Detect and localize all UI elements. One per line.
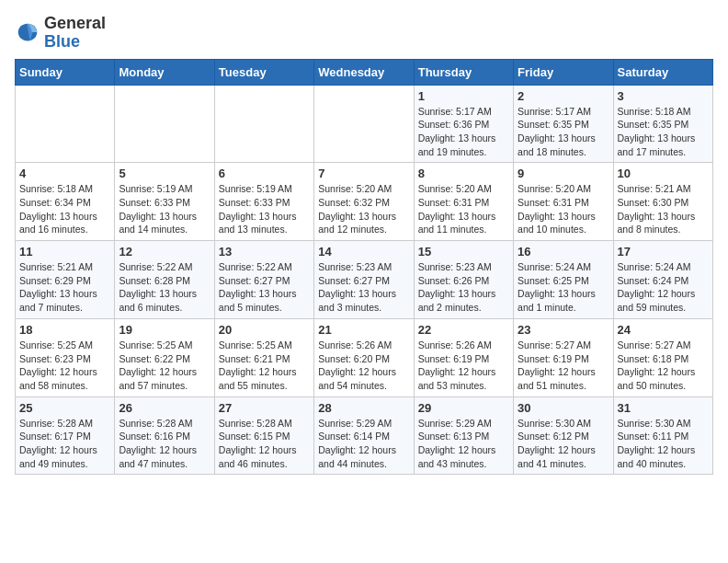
calendar-cell: 25Sunrise: 5:28 AM Sunset: 6:17 PM Dayli… xyxy=(16,396,115,475)
day-number: 3 xyxy=(618,89,709,103)
day-number: 31 xyxy=(618,401,709,415)
day-number: 23 xyxy=(518,323,609,337)
day-info: Sunrise: 5:25 AM Sunset: 6:23 PM Dayligh… xyxy=(19,339,110,393)
header-day-saturday: Saturday xyxy=(613,59,712,85)
day-number: 2 xyxy=(518,89,609,103)
header-day-thursday: Thursday xyxy=(414,59,513,85)
day-info: Sunrise: 5:18 AM Sunset: 6:34 PM Dayligh… xyxy=(19,182,110,236)
day-number: 1 xyxy=(418,89,509,103)
day-number: 28 xyxy=(318,401,409,415)
calendar-cell xyxy=(314,85,414,163)
logo: General Blue xyxy=(15,15,106,52)
day-number: 11 xyxy=(19,245,110,259)
day-number: 12 xyxy=(119,245,210,259)
header-day-sunday: Sunday xyxy=(16,59,115,85)
day-info: Sunrise: 5:19 AM Sunset: 6:33 PM Dayligh… xyxy=(119,182,210,236)
day-number: 14 xyxy=(318,245,409,259)
day-info: Sunrise: 5:29 AM Sunset: 6:13 PM Dayligh… xyxy=(418,417,509,471)
day-number: 25 xyxy=(19,401,110,415)
day-info: Sunrise: 5:21 AM Sunset: 6:30 PM Dayligh… xyxy=(618,182,709,236)
day-info: Sunrise: 5:17 AM Sunset: 6:36 PM Dayligh… xyxy=(418,105,509,159)
calendar-cell: 27Sunrise: 5:28 AM Sunset: 6:15 PM Dayli… xyxy=(214,396,313,475)
day-number: 9 xyxy=(518,167,609,180)
calendar-cell: 23Sunrise: 5:27 AM Sunset: 6:19 PM Dayli… xyxy=(514,318,613,396)
day-info: Sunrise: 5:21 AM Sunset: 6:29 PM Dayligh… xyxy=(19,260,110,315)
calendar-cell: 9Sunrise: 5:20 AM Sunset: 6:31 PM Daylig… xyxy=(514,163,613,241)
day-number: 6 xyxy=(219,167,310,180)
day-info: Sunrise: 5:22 AM Sunset: 6:28 PM Dayligh… xyxy=(119,260,210,315)
day-info: Sunrise: 5:28 AM Sunset: 6:15 PM Dayligh… xyxy=(219,417,310,471)
calendar-cell: 20Sunrise: 5:25 AM Sunset: 6:21 PM Dayli… xyxy=(214,318,313,396)
logo-icon xyxy=(15,20,40,46)
calendar-cell: 18Sunrise: 5:25 AM Sunset: 6:23 PM Dayli… xyxy=(16,318,115,396)
header-day-tuesday: Tuesday xyxy=(214,59,313,85)
day-number: 8 xyxy=(418,167,509,180)
calendar-cell: 12Sunrise: 5:22 AM Sunset: 6:28 PM Dayli… xyxy=(115,241,214,319)
calendar-cell: 31Sunrise: 5:30 AM Sunset: 6:11 PM Dayli… xyxy=(613,396,712,475)
week-row-1: 1Sunrise: 5:17 AM Sunset: 6:36 PM Daylig… xyxy=(16,85,713,163)
day-number: 17 xyxy=(618,245,709,259)
day-number: 24 xyxy=(618,323,709,337)
day-info: Sunrise: 5:26 AM Sunset: 6:19 PM Dayligh… xyxy=(418,339,509,393)
day-info: Sunrise: 5:30 AM Sunset: 6:12 PM Dayligh… xyxy=(518,417,609,471)
day-info: Sunrise: 5:22 AM Sunset: 6:27 PM Dayligh… xyxy=(219,260,310,315)
day-info: Sunrise: 5:27 AM Sunset: 6:19 PM Dayligh… xyxy=(518,339,609,393)
day-number: 10 xyxy=(618,167,709,180)
calendar-cell: 11Sunrise: 5:21 AM Sunset: 6:29 PM Dayli… xyxy=(16,241,115,319)
week-row-2: 4Sunrise: 5:18 AM Sunset: 6:34 PM Daylig… xyxy=(16,163,713,241)
calendar-cell: 14Sunrise: 5:23 AM Sunset: 6:27 PM Dayli… xyxy=(314,241,414,319)
header-day-monday: Monday xyxy=(115,59,214,85)
calendar-table: SundayMondayTuesdayWednesdayThursdayFrid… xyxy=(15,59,713,476)
day-info: Sunrise: 5:29 AM Sunset: 6:14 PM Dayligh… xyxy=(318,417,409,471)
calendar-cell: 4Sunrise: 5:18 AM Sunset: 6:34 PM Daylig… xyxy=(16,163,115,241)
calendar-cell: 19Sunrise: 5:25 AM Sunset: 6:22 PM Dayli… xyxy=(115,318,214,396)
day-number: 21 xyxy=(318,323,409,337)
week-row-3: 11Sunrise: 5:21 AM Sunset: 6:29 PM Dayli… xyxy=(16,241,713,319)
calendar-cell: 30Sunrise: 5:30 AM Sunset: 6:12 PM Dayli… xyxy=(514,396,613,475)
day-info: Sunrise: 5:23 AM Sunset: 6:26 PM Dayligh… xyxy=(418,260,509,315)
calendar-cell: 13Sunrise: 5:22 AM Sunset: 6:27 PM Dayli… xyxy=(214,241,313,319)
day-number: 19 xyxy=(119,323,210,337)
header-row: SundayMondayTuesdayWednesdayThursdayFrid… xyxy=(16,59,713,85)
day-info: Sunrise: 5:20 AM Sunset: 6:31 PM Dayligh… xyxy=(418,182,509,236)
day-info: Sunrise: 5:25 AM Sunset: 6:21 PM Dayligh… xyxy=(219,339,310,393)
calendar-cell xyxy=(16,85,115,163)
page-header: General Blue xyxy=(15,15,713,52)
calendar-cell: 10Sunrise: 5:21 AM Sunset: 6:30 PM Dayli… xyxy=(613,163,712,241)
calendar-cell: 21Sunrise: 5:26 AM Sunset: 6:20 PM Dayli… xyxy=(314,318,414,396)
day-number: 4 xyxy=(19,167,110,180)
calendar-cell: 8Sunrise: 5:20 AM Sunset: 6:31 PM Daylig… xyxy=(414,163,513,241)
day-number: 29 xyxy=(418,401,509,415)
day-number: 15 xyxy=(418,245,509,259)
day-info: Sunrise: 5:23 AM Sunset: 6:27 PM Dayligh… xyxy=(318,260,409,315)
day-info: Sunrise: 5:20 AM Sunset: 6:31 PM Dayligh… xyxy=(518,182,609,236)
day-info: Sunrise: 5:28 AM Sunset: 6:17 PM Dayligh… xyxy=(19,417,110,471)
day-info: Sunrise: 5:19 AM Sunset: 6:33 PM Dayligh… xyxy=(219,182,310,236)
calendar-cell: 22Sunrise: 5:26 AM Sunset: 6:19 PM Dayli… xyxy=(414,318,513,396)
day-info: Sunrise: 5:17 AM Sunset: 6:35 PM Dayligh… xyxy=(518,105,609,159)
calendar-cell: 26Sunrise: 5:28 AM Sunset: 6:16 PM Dayli… xyxy=(115,396,214,475)
calendar-cell: 5Sunrise: 5:19 AM Sunset: 6:33 PM Daylig… xyxy=(115,163,214,241)
calendar-cell: 24Sunrise: 5:27 AM Sunset: 6:18 PM Dayli… xyxy=(613,318,712,396)
day-number: 26 xyxy=(119,401,210,415)
day-number: 22 xyxy=(418,323,509,337)
calendar-cell: 16Sunrise: 5:24 AM Sunset: 6:25 PM Dayli… xyxy=(514,241,613,319)
day-info: Sunrise: 5:25 AM Sunset: 6:22 PM Dayligh… xyxy=(119,339,210,393)
logo-text: General Blue xyxy=(44,15,106,52)
day-number: 7 xyxy=(318,167,409,180)
day-info: Sunrise: 5:18 AM Sunset: 6:35 PM Dayligh… xyxy=(618,105,709,159)
week-row-5: 25Sunrise: 5:28 AM Sunset: 6:17 PM Dayli… xyxy=(16,396,713,475)
calendar-cell: 3Sunrise: 5:18 AM Sunset: 6:35 PM Daylig… xyxy=(613,85,712,163)
calendar-cell: 29Sunrise: 5:29 AM Sunset: 6:13 PM Dayli… xyxy=(414,396,513,475)
day-info: Sunrise: 5:24 AM Sunset: 6:24 PM Dayligh… xyxy=(618,260,709,315)
day-number: 5 xyxy=(119,167,210,180)
day-info: Sunrise: 5:24 AM Sunset: 6:25 PM Dayligh… xyxy=(518,260,609,315)
calendar-cell: 17Sunrise: 5:24 AM Sunset: 6:24 PM Dayli… xyxy=(613,241,712,319)
calendar-cell: 28Sunrise: 5:29 AM Sunset: 6:14 PM Dayli… xyxy=(314,396,414,475)
day-info: Sunrise: 5:27 AM Sunset: 6:18 PM Dayligh… xyxy=(618,339,709,393)
calendar-cell xyxy=(115,85,214,163)
calendar-cell: 6Sunrise: 5:19 AM Sunset: 6:33 PM Daylig… xyxy=(214,163,313,241)
day-info: Sunrise: 5:20 AM Sunset: 6:32 PM Dayligh… xyxy=(318,182,409,236)
calendar-cell: 7Sunrise: 5:20 AM Sunset: 6:32 PM Daylig… xyxy=(314,163,414,241)
day-number: 16 xyxy=(518,245,609,259)
